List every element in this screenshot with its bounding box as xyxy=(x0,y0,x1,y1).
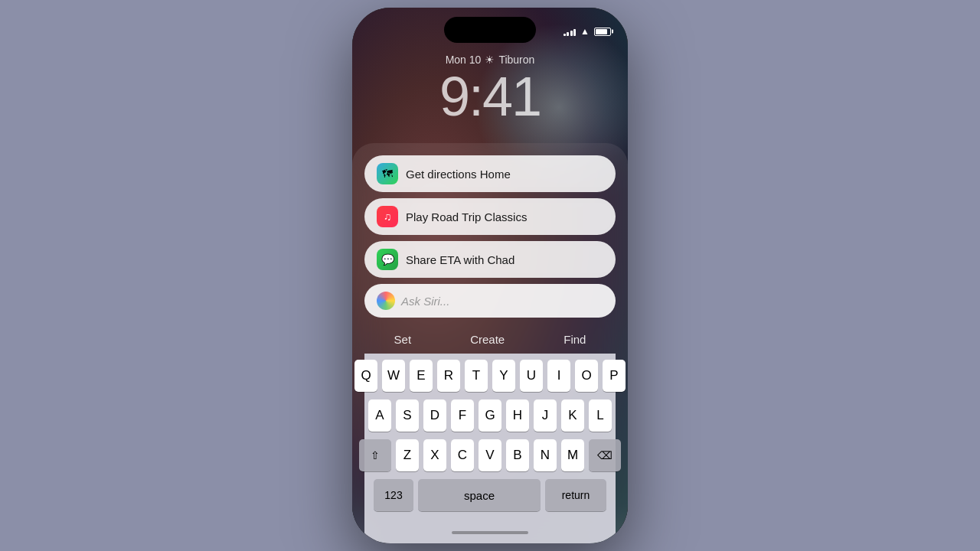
suggestion-music[interactable]: ♫ Play Road Trip Classics xyxy=(364,198,616,235)
key-i[interactable]: I xyxy=(547,360,570,392)
keyboard-row-2: A S D F G H J K L xyxy=(368,399,612,432)
key-w[interactable]: W xyxy=(382,360,405,392)
key-h[interactable]: H xyxy=(506,399,529,432)
key-a[interactable]: A xyxy=(368,399,391,432)
key-q[interactable]: Q xyxy=(354,360,377,392)
dynamic-island xyxy=(444,17,536,43)
key-r[interactable]: R xyxy=(437,360,460,392)
messages-icon: 💬 xyxy=(377,249,398,270)
key-u[interactable]: U xyxy=(520,360,543,392)
backspace-key[interactable]: ⌫ xyxy=(589,439,621,471)
set-button[interactable]: Set xyxy=(388,330,418,349)
phone-frame: ▲ Mon 10 ☀ Tiburon 9:41 🗺 Get directions… xyxy=(352,8,628,543)
siri-orb-icon xyxy=(377,292,395,310)
key-f[interactable]: F xyxy=(451,399,474,432)
create-button[interactable]: Create xyxy=(464,330,511,349)
location-text: Tiburon xyxy=(498,54,534,66)
status-icons: ▲ xyxy=(564,26,611,37)
key-b[interactable]: B xyxy=(506,439,529,471)
signal-icon xyxy=(564,27,577,36)
lock-time: 9:41 xyxy=(352,69,628,124)
return-key[interactable]: return xyxy=(545,479,606,511)
shift-key[interactable]: ⇧ xyxy=(359,439,391,471)
siri-input-row[interactable]: Ask Siri... xyxy=(364,284,616,318)
key-z[interactable]: Z xyxy=(396,439,419,471)
key-j[interactable]: J xyxy=(534,399,557,432)
key-c[interactable]: C xyxy=(451,439,474,471)
quick-actions: Set Create Find xyxy=(364,324,616,354)
suggestion-directions[interactable]: 🗺 Get directions Home xyxy=(364,155,616,192)
numbers-key[interactable]: 123 xyxy=(374,479,413,511)
signal-bar-2 xyxy=(567,32,569,36)
key-o[interactable]: O xyxy=(575,360,598,392)
messages-emoji: 💬 xyxy=(381,253,394,266)
key-m[interactable]: M xyxy=(561,439,584,471)
battery-fill xyxy=(596,29,607,34)
music-emoji: ♫ xyxy=(384,210,392,223)
bottom-bar xyxy=(364,522,616,543)
key-k[interactable]: K xyxy=(561,399,584,432)
date-text: Mon 10 xyxy=(446,54,482,66)
key-x[interactable]: X xyxy=(423,439,446,471)
share-eta-text: Share ETA with Chad xyxy=(406,253,514,266)
key-d[interactable]: D xyxy=(423,399,446,432)
key-e[interactable]: E xyxy=(410,360,433,392)
find-button[interactable]: Find xyxy=(557,330,592,349)
key-y[interactable]: Y xyxy=(492,360,515,392)
keyboard-row-4: 123 space return xyxy=(368,479,612,511)
music-icon: ♫ xyxy=(377,206,398,227)
lock-screen-info: Mon 10 ☀ Tiburon 9:41 xyxy=(352,54,628,124)
key-g[interactable]: G xyxy=(479,399,501,432)
maps-emoji: 🗺 xyxy=(382,168,393,180)
siri-placeholder: Ask Siri... xyxy=(401,295,603,308)
signal-bar-1 xyxy=(564,34,566,36)
siri-panel: 🗺 Get directions Home ♫ Play Road Trip C… xyxy=(352,143,628,543)
key-t[interactable]: T xyxy=(465,360,488,392)
lock-date: Mon 10 ☀ Tiburon xyxy=(352,54,628,66)
suggestion-share-eta[interactable]: 💬 Share ETA with Chad xyxy=(364,241,616,278)
key-n[interactable]: N xyxy=(534,439,557,471)
maps-icon: 🗺 xyxy=(377,163,398,184)
signal-bar-3 xyxy=(570,31,573,36)
signal-bar-4 xyxy=(573,29,576,36)
home-indicator[interactable] xyxy=(452,531,528,534)
directions-text: Get directions Home xyxy=(406,168,511,181)
key-p[interactable]: P xyxy=(603,360,626,392)
key-v[interactable]: V xyxy=(479,439,501,471)
key-l[interactable]: L xyxy=(589,399,612,432)
space-key[interactable]: space xyxy=(418,479,541,511)
battery-icon xyxy=(594,28,611,36)
keyboard: Q W E R T Y U I O P A S D F G H J K xyxy=(364,354,616,522)
weather-icon: ☀ xyxy=(485,54,495,66)
music-text: Play Road Trip Classics xyxy=(406,210,527,223)
wifi-icon: ▲ xyxy=(580,26,590,37)
key-s[interactable]: S xyxy=(396,399,419,432)
keyboard-row-3: ⇧ Z X C V B N M ⌫ xyxy=(368,439,612,471)
keyboard-row-1: Q W E R T Y U I O P xyxy=(368,360,612,392)
